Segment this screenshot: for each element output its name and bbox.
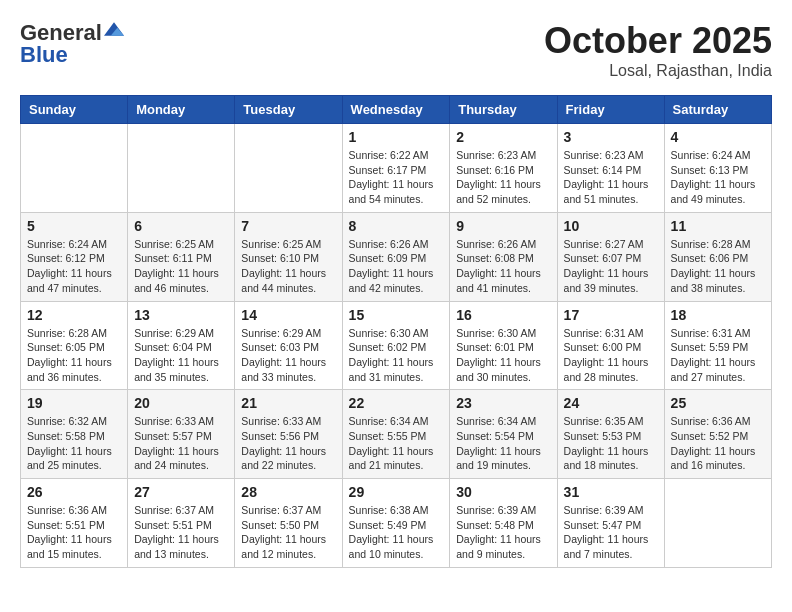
- day-number: 4: [671, 129, 765, 145]
- calendar-day-cell: 3Sunrise: 6:23 AMSunset: 6:14 PMDaylight…: [557, 124, 664, 213]
- calendar-day-cell: 24Sunrise: 6:35 AMSunset: 5:53 PMDayligh…: [557, 390, 664, 479]
- calendar-header-tuesday: Tuesday: [235, 96, 342, 124]
- day-info: Sunrise: 6:22 AMSunset: 6:17 PMDaylight:…: [349, 148, 444, 207]
- calendar-day-cell: 23Sunrise: 6:34 AMSunset: 5:54 PMDayligh…: [450, 390, 557, 479]
- day-number: 31: [564, 484, 658, 500]
- calendar-header-saturday: Saturday: [664, 96, 771, 124]
- calendar-header-friday: Friday: [557, 96, 664, 124]
- day-info: Sunrise: 6:31 AMSunset: 5:59 PMDaylight:…: [671, 326, 765, 385]
- calendar-header-wednesday: Wednesday: [342, 96, 450, 124]
- day-info: Sunrise: 6:34 AMSunset: 5:54 PMDaylight:…: [456, 414, 550, 473]
- day-info: Sunrise: 6:25 AMSunset: 6:10 PMDaylight:…: [241, 237, 335, 296]
- day-number: 3: [564, 129, 658, 145]
- title-block: October 2025 Losal, Rajasthan, India: [544, 20, 772, 80]
- calendar-day-cell: 2Sunrise: 6:23 AMSunset: 6:16 PMDaylight…: [450, 124, 557, 213]
- calendar-day-cell: 28Sunrise: 6:37 AMSunset: 5:50 PMDayligh…: [235, 479, 342, 568]
- day-info: Sunrise: 6:26 AMSunset: 6:08 PMDaylight:…: [456, 237, 550, 296]
- day-number: 23: [456, 395, 550, 411]
- calendar-day-cell: 4Sunrise: 6:24 AMSunset: 6:13 PMDaylight…: [664, 124, 771, 213]
- day-info: Sunrise: 6:28 AMSunset: 6:05 PMDaylight:…: [27, 326, 121, 385]
- day-number: 12: [27, 307, 121, 323]
- day-number: 26: [27, 484, 121, 500]
- logo-icon: [104, 19, 124, 39]
- calendar-day-cell: 27Sunrise: 6:37 AMSunset: 5:51 PMDayligh…: [128, 479, 235, 568]
- day-info: Sunrise: 6:35 AMSunset: 5:53 PMDaylight:…: [564, 414, 658, 473]
- calendar-table: SundayMondayTuesdayWednesdayThursdayFrid…: [20, 95, 772, 568]
- day-number: 10: [564, 218, 658, 234]
- day-info: Sunrise: 6:31 AMSunset: 6:00 PMDaylight:…: [564, 326, 658, 385]
- calendar-week-row: 19Sunrise: 6:32 AMSunset: 5:58 PMDayligh…: [21, 390, 772, 479]
- calendar-week-row: 26Sunrise: 6:36 AMSunset: 5:51 PMDayligh…: [21, 479, 772, 568]
- calendar-day-cell: 14Sunrise: 6:29 AMSunset: 6:03 PMDayligh…: [235, 301, 342, 390]
- day-number: 8: [349, 218, 444, 234]
- calendar-day-cell: 6Sunrise: 6:25 AMSunset: 6:11 PMDaylight…: [128, 212, 235, 301]
- day-info: Sunrise: 6:24 AMSunset: 6:13 PMDaylight:…: [671, 148, 765, 207]
- day-info: Sunrise: 6:34 AMSunset: 5:55 PMDaylight:…: [349, 414, 444, 473]
- day-number: 17: [564, 307, 658, 323]
- calendar-day-cell: 25Sunrise: 6:36 AMSunset: 5:52 PMDayligh…: [664, 390, 771, 479]
- calendar-day-cell: 20Sunrise: 6:33 AMSunset: 5:57 PMDayligh…: [128, 390, 235, 479]
- calendar-header-sunday: Sunday: [21, 96, 128, 124]
- day-number: 29: [349, 484, 444, 500]
- calendar-empty-cell: [21, 124, 128, 213]
- day-info: Sunrise: 6:30 AMSunset: 6:02 PMDaylight:…: [349, 326, 444, 385]
- day-info: Sunrise: 6:26 AMSunset: 6:09 PMDaylight:…: [349, 237, 444, 296]
- day-number: 16: [456, 307, 550, 323]
- day-number: 1: [349, 129, 444, 145]
- day-info: Sunrise: 6:33 AMSunset: 5:57 PMDaylight:…: [134, 414, 228, 473]
- day-number: 24: [564, 395, 658, 411]
- day-info: Sunrise: 6:25 AMSunset: 6:11 PMDaylight:…: [134, 237, 228, 296]
- page-header: General Blue October 2025 Losal, Rajasth…: [20, 20, 772, 80]
- day-info: Sunrise: 6:36 AMSunset: 5:51 PMDaylight:…: [27, 503, 121, 562]
- day-number: 11: [671, 218, 765, 234]
- day-number: 30: [456, 484, 550, 500]
- day-number: 27: [134, 484, 228, 500]
- day-info: Sunrise: 6:39 AMSunset: 5:47 PMDaylight:…: [564, 503, 658, 562]
- day-number: 6: [134, 218, 228, 234]
- calendar-day-cell: 29Sunrise: 6:38 AMSunset: 5:49 PMDayligh…: [342, 479, 450, 568]
- day-number: 20: [134, 395, 228, 411]
- day-info: Sunrise: 6:30 AMSunset: 6:01 PMDaylight:…: [456, 326, 550, 385]
- calendar-day-cell: 15Sunrise: 6:30 AMSunset: 6:02 PMDayligh…: [342, 301, 450, 390]
- calendar-day-cell: 16Sunrise: 6:30 AMSunset: 6:01 PMDayligh…: [450, 301, 557, 390]
- calendar-day-cell: 1Sunrise: 6:22 AMSunset: 6:17 PMDaylight…: [342, 124, 450, 213]
- location-subtitle: Losal, Rajasthan, India: [544, 62, 772, 80]
- day-info: Sunrise: 6:23 AMSunset: 6:16 PMDaylight:…: [456, 148, 550, 207]
- day-info: Sunrise: 6:24 AMSunset: 6:12 PMDaylight:…: [27, 237, 121, 296]
- day-number: 28: [241, 484, 335, 500]
- day-number: 18: [671, 307, 765, 323]
- calendar-day-cell: 10Sunrise: 6:27 AMSunset: 6:07 PMDayligh…: [557, 212, 664, 301]
- calendar-day-cell: 7Sunrise: 6:25 AMSunset: 6:10 PMDaylight…: [235, 212, 342, 301]
- calendar-day-cell: 11Sunrise: 6:28 AMSunset: 6:06 PMDayligh…: [664, 212, 771, 301]
- day-number: 19: [27, 395, 121, 411]
- day-number: 25: [671, 395, 765, 411]
- month-title: October 2025: [544, 20, 772, 62]
- calendar-day-cell: 22Sunrise: 6:34 AMSunset: 5:55 PMDayligh…: [342, 390, 450, 479]
- calendar-header-thursday: Thursday: [450, 96, 557, 124]
- calendar-day-cell: 18Sunrise: 6:31 AMSunset: 5:59 PMDayligh…: [664, 301, 771, 390]
- calendar-empty-cell: [664, 479, 771, 568]
- calendar-week-row: 5Sunrise: 6:24 AMSunset: 6:12 PMDaylight…: [21, 212, 772, 301]
- day-info: Sunrise: 6:28 AMSunset: 6:06 PMDaylight:…: [671, 237, 765, 296]
- day-info: Sunrise: 6:38 AMSunset: 5:49 PMDaylight:…: [349, 503, 444, 562]
- day-info: Sunrise: 6:29 AMSunset: 6:03 PMDaylight:…: [241, 326, 335, 385]
- day-number: 5: [27, 218, 121, 234]
- calendar-day-cell: 8Sunrise: 6:26 AMSunset: 6:09 PMDaylight…: [342, 212, 450, 301]
- logo: General Blue: [20, 20, 124, 68]
- calendar-day-cell: 12Sunrise: 6:28 AMSunset: 6:05 PMDayligh…: [21, 301, 128, 390]
- day-info: Sunrise: 6:37 AMSunset: 5:50 PMDaylight:…: [241, 503, 335, 562]
- calendar-header-row: SundayMondayTuesdayWednesdayThursdayFrid…: [21, 96, 772, 124]
- day-number: 22: [349, 395, 444, 411]
- calendar-day-cell: 21Sunrise: 6:33 AMSunset: 5:56 PMDayligh…: [235, 390, 342, 479]
- calendar-day-cell: 19Sunrise: 6:32 AMSunset: 5:58 PMDayligh…: [21, 390, 128, 479]
- day-info: Sunrise: 6:37 AMSunset: 5:51 PMDaylight:…: [134, 503, 228, 562]
- day-info: Sunrise: 6:36 AMSunset: 5:52 PMDaylight:…: [671, 414, 765, 473]
- calendar-day-cell: 9Sunrise: 6:26 AMSunset: 6:08 PMDaylight…: [450, 212, 557, 301]
- calendar-week-row: 12Sunrise: 6:28 AMSunset: 6:05 PMDayligh…: [21, 301, 772, 390]
- day-number: 7: [241, 218, 335, 234]
- day-info: Sunrise: 6:32 AMSunset: 5:58 PMDaylight:…: [27, 414, 121, 473]
- day-info: Sunrise: 6:39 AMSunset: 5:48 PMDaylight:…: [456, 503, 550, 562]
- day-info: Sunrise: 6:23 AMSunset: 6:14 PMDaylight:…: [564, 148, 658, 207]
- day-number: 9: [456, 218, 550, 234]
- calendar-day-cell: 30Sunrise: 6:39 AMSunset: 5:48 PMDayligh…: [450, 479, 557, 568]
